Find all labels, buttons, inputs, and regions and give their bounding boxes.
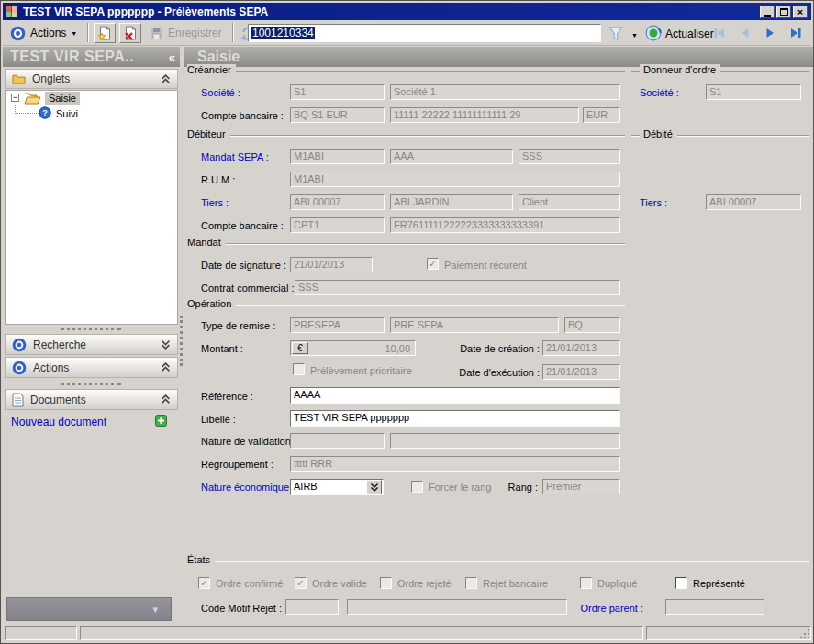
rum-field: M1ABI	[290, 172, 620, 187]
societe-name-field: Société 1	[390, 84, 620, 100]
date-signature-field: 21/01/2013	[290, 257, 373, 272]
save-button: Enregistrer	[150, 23, 222, 43]
montant-label: Montant :	[201, 343, 243, 354]
delete-document-button[interactable]	[119, 23, 141, 43]
montant-value: 10,00	[385, 343, 414, 354]
donneur-societe-label[interactable]: Société :	[640, 87, 679, 98]
compte-number-field: 11111 22222 11111111111 29	[390, 107, 579, 123]
forcer-rang-checkbox: ✓	[411, 481, 423, 493]
tree-collapse-toggle[interactable]: −	[11, 94, 19, 102]
ordre-confirme-checkbox: ✓	[198, 577, 210, 589]
actions-target-icon	[10, 26, 26, 41]
duplique-checkbox: ✓	[580, 577, 592, 589]
new-document-link[interactable]: Nouveau document	[11, 416, 106, 428]
svg-text:?: ?	[42, 108, 48, 117]
minus-icon: −	[13, 93, 17, 102]
sidebar-splitter-handle[interactable]	[61, 383, 121, 385]
societe-label[interactable]: Société :	[201, 87, 240, 98]
date-creation-field: 21/01/2013	[542, 340, 620, 356]
last-record-icon[interactable]	[788, 26, 803, 40]
maximize-button[interactable]	[776, 6, 791, 18]
close-button[interactable]: ×	[793, 6, 808, 18]
compte-bancaire-label: Compte bancaire :	[201, 110, 284, 121]
new-document-button[interactable]	[94, 23, 116, 43]
ordre-rejete-checkbox: ✓	[380, 577, 392, 589]
folder-icon	[12, 73, 26, 84]
panel-header-recherche[interactable]: Recherche	[5, 334, 178, 355]
actions-dropdown-icon: ▼	[71, 30, 77, 37]
onglets-tree: − Saisie ? Suivi	[5, 90, 178, 325]
code-motif-libelle-field	[347, 599, 567, 615]
status-cell-message	[80, 626, 643, 640]
record-number-input[interactable]: 1001210334	[248, 24, 601, 42]
regroupement-field: ttttt RRR	[290, 456, 620, 472]
record-number-value: 1001210334	[251, 27, 315, 39]
prelevement-prioritaire-label: Prélèvement prioritaire	[310, 365, 412, 376]
chevron-double-down-icon[interactable]	[161, 339, 171, 350]
debiteur-compte-label: Compte bancaire :	[201, 220, 284, 231]
tiers-code-field: ABI 00007	[290, 194, 385, 210]
donneur-societe-field: S1	[706, 84, 801, 100]
tiers-type-field: Client	[519, 194, 620, 210]
actions-menu-label: Actions	[30, 27, 66, 39]
delete-document-icon	[123, 26, 138, 40]
chevron-double-up-icon[interactable]	[161, 394, 171, 405]
status-cell-left	[5, 626, 77, 640]
save-icon	[150, 27, 163, 40]
sidebar-splitter-handle[interactable]	[61, 328, 121, 330]
debite-tiers-label[interactable]: Tiers :	[640, 197, 667, 208]
rang-field: Premier	[542, 479, 620, 494]
debiteur-iban-field: FR7611111222223333333333391	[390, 217, 620, 233]
panel-header-onglets[interactable]: Onglets	[5, 69, 178, 89]
check-icon: ✓	[429, 259, 436, 269]
filter-dropdown-icon[interactable]: ▼	[631, 32, 638, 39]
nature-economique-label[interactable]: Nature économique :	[201, 482, 295, 493]
actions-menu-button[interactable]: Actions ▼	[10, 23, 77, 43]
page-title: Saisie	[197, 49, 240, 65]
close-icon: ×	[797, 6, 803, 17]
mandat-code-field: M1ABI	[290, 149, 385, 164]
nature-validation-code-field	[290, 433, 385, 449]
filter-icon[interactable]	[608, 26, 624, 41]
open-folder-icon	[24, 92, 41, 105]
resize-grip[interactable]	[799, 628, 810, 639]
collapsed-panel-drawer[interactable]: ▾	[6, 597, 172, 621]
code-motif-rejet-label: Code Motif Rejet :	[201, 603, 282, 614]
debite-tiers-field: ABI 00007	[706, 194, 801, 210]
tree-item-saisie[interactable]: Saisie	[45, 92, 80, 105]
code-motif-field	[285, 599, 339, 615]
ordre-valide-checkbox: ✓	[295, 577, 307, 589]
nature-validation-name-field	[390, 433, 620, 449]
refresh-label[interactable]: Actualiser	[665, 28, 714, 40]
contrat-commercial-label: Contrat commercial :	[201, 283, 294, 294]
group-operation: Opération	[187, 300, 625, 312]
libelle-input[interactable]: TEST VIR SEPA ppppppp	[290, 410, 620, 427]
panel-header-documents[interactable]: Documents	[5, 389, 178, 410]
type-remise-label: Type de remise :	[201, 320, 275, 331]
combo-dropdown-button[interactable]	[366, 480, 382, 494]
tree-item-suivi[interactable]: Suivi	[56, 108, 78, 119]
sidebar-collapse-icon[interactable]: «	[169, 50, 175, 64]
panel-header-actions[interactable]: Actions	[5, 357, 178, 378]
add-document-icon[interactable]	[155, 415, 167, 427]
currency-button[interactable]: €	[292, 342, 308, 354]
application-window: TEST VIR SEPA ppppppp - Prélèvements SEP…	[0, 0, 814, 644]
minimize-button[interactable]	[760, 6, 775, 18]
mandat-sepa-label[interactable]: Mandat SEPA :	[201, 151, 269, 162]
app-icon	[6, 6, 17, 17]
represente-checkbox[interactable]: ✓	[675, 577, 687, 589]
tiers-label[interactable]: Tiers :	[201, 197, 229, 208]
chevron-double-up-icon[interactable]	[161, 74, 171, 84]
next-record-icon[interactable]	[763, 26, 777, 40]
window-title: TEST VIR SEPA ppppppp - Prélèvements SEP…	[23, 6, 268, 18]
chevron-double-up-icon[interactable]	[161, 362, 171, 372]
panel-label-recherche: Recherche	[33, 339, 86, 351]
main-splitter-handle[interactable]	[180, 316, 183, 366]
toolbar-separator	[87, 23, 89, 42]
forcer-rang-label: Forcer le rang	[429, 482, 491, 493]
maximize-icon	[780, 8, 788, 16]
ordre-parent-label[interactable]: Ordre parent :	[563, 603, 643, 614]
reference-input[interactable]: AAAA	[290, 387, 620, 404]
type-remise-code-field: PRESEPA	[290, 317, 385, 333]
refresh-icon[interactable]	[645, 25, 662, 41]
